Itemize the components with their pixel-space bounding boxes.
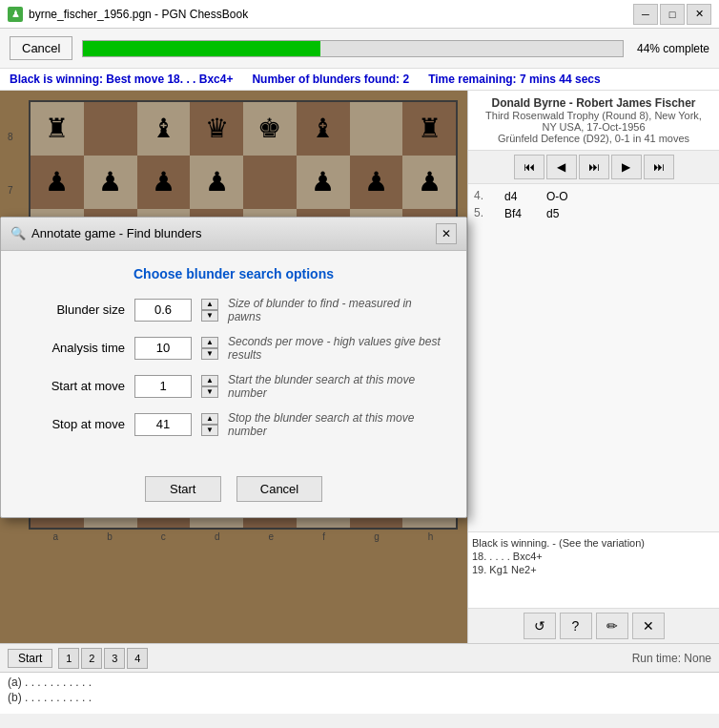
move-black[interactable]: O-O: [544, 189, 582, 204]
form-input-3[interactable]: [134, 413, 192, 436]
nav-next-fast-button[interactable]: ⏭: [579, 155, 609, 179]
form-desc-0: Size of blunder to find - measured in pa…: [228, 297, 447, 323]
board-area: 8 7 6 5 4 3 2 1 ♜♝♛♚♝♜♟♟♟♟♟♟♟♞♟♞♙♙♙♘♗♙♙♙…: [0, 91, 467, 643]
form-row-1: Analysis time▲▼Seconds per move - high v…: [20, 335, 447, 362]
close-button[interactable]: ✕: [687, 4, 711, 25]
dialog-subtitle: Choose blunder search options: [20, 266, 447, 281]
spin-buttons-2: ▲▼: [201, 375, 218, 398]
annotation-area: Black is winning. - (See the variation) …: [468, 531, 719, 608]
dialog: 🔍 Annotate game - Find blunders ✕ Choose…: [0, 217, 467, 518]
nav-next-button[interactable]: ▶: [611, 155, 642, 179]
tab-buttons: 1 2 3 4: [58, 648, 148, 669]
move-white[interactable]: d4: [502, 189, 540, 204]
form-row-0: Blunder size▲▼Size of blunder to find - …: [20, 297, 447, 323]
game-header: Donald Byrne - Robert James Fischer Thir…: [468, 91, 719, 151]
edit-button[interactable]: ✏: [596, 613, 628, 639]
status-label-1: Black is winning:: [10, 73, 103, 86]
status-item-3: Time remaining: 7 mins 44 secs: [428, 73, 601, 86]
game-opening: Grünfeld Defence (D92), 0-1 in 41 moves: [478, 133, 709, 144]
title-bar: ♟ byrne_fischer_1956.pgn - PGN ChessBook…: [0, 0, 719, 29]
form-row-2: Start at move▲▼Start the blunder search …: [20, 373, 447, 400]
status-item-1: Black is winning: Best move 18. . . Bxc4…: [10, 73, 233, 86]
form-label-2: Start at move: [20, 379, 125, 393]
delete-button[interactable]: ✕: [632, 613, 665, 639]
spin-buttons-1: ▲▼: [201, 337, 218, 360]
status-value-1: Best move 18. . . Bxc4+: [106, 73, 233, 86]
spin-buttons-0: ▲▼: [201, 299, 218, 322]
progress-area: Cancel 44% complete: [0, 29, 719, 69]
dialog-title: Annotate game - Find blunders: [31, 226, 202, 240]
progress-label: 44% complete: [633, 42, 709, 55]
dialog-titlebar: 🔍 Annotate game - Find blunders ✕: [1, 218, 466, 251]
move-number: 5.: [474, 206, 498, 221]
app-icon: ♟: [8, 7, 23, 22]
nav-first-button[interactable]: ⏮: [514, 155, 544, 179]
move-list: 4. d4 O-O 5. Bf4 d5: [468, 184, 719, 531]
status-label-2: Number of blunders found:: [252, 73, 400, 86]
nav-controls: ⏮ ◀ ⏭ ▶ ⏭: [468, 151, 719, 184]
dialog-close-button[interactable]: ✕: [436, 223, 457, 244]
form-input-0[interactable]: [134, 299, 192, 322]
bottom-toolbar: Start 1 2 3 4 Run time: None: [0, 643, 719, 672]
dialog-icon: 🔍: [10, 226, 26, 240]
move-black[interactable]: d5: [544, 206, 582, 221]
hint-button[interactable]: ?: [560, 613, 592, 639]
cancel-button[interactable]: Cancel: [10, 36, 72, 60]
spin-up-2[interactable]: ▲: [201, 375, 218, 386]
rotate-button[interactable]: ↺: [524, 613, 556, 639]
dialog-body: Choose blunder search options Blunder si…: [1, 251, 466, 465]
form-label-0: Blunder size: [20, 302, 125, 317]
tab-button-4[interactable]: 4: [127, 648, 148, 669]
script-line-b: (b) . . . . . . . . . . .: [8, 690, 711, 705]
form-desc-1: Seconds per move - high values give best…: [228, 335, 447, 362]
annotation-line-1: Black is winning. - (See the variation): [472, 536, 715, 550]
window-title: byrne_fischer_1956.pgn - PGN ChessBook: [29, 8, 248, 21]
move-number: 4.: [474, 189, 498, 204]
title-bar-left: ♟ byrne_fischer_1956.pgn - PGN ChessBook: [8, 7, 248, 22]
dialog-title-left: 🔍 Annotate game - Find blunders: [10, 226, 202, 240]
form-input-2[interactable]: [134, 375, 192, 398]
minimize-button[interactable]: ─: [633, 4, 658, 25]
form-row-3: Stop at move▲▼Stop the blunder search at…: [20, 411, 447, 438]
dialog-start-button[interactable]: Start: [145, 476, 221, 502]
dialog-overlay: 🔍 Annotate game - Find blunders ✕ Choose…: [0, 91, 467, 643]
table-row: 5. Bf4 d5: [472, 205, 715, 222]
script-area: (a) . . . . . . . . . . . (b) . . . . . …: [0, 672, 719, 714]
status-item-2: Number of blunders found: 2: [252, 73, 409, 86]
info-panel: Donald Byrne - Robert James Fischer Thir…: [467, 91, 719, 643]
annotation-line-3: 19. Kg1 Ne2+: [472, 563, 715, 576]
move-white[interactable]: Bf4: [502, 206, 540, 221]
tab-button-3[interactable]: 3: [104, 648, 125, 669]
tab-button-2[interactable]: 2: [81, 648, 102, 669]
spin-up-0[interactable]: ▲: [201, 299, 218, 310]
table-row: 4. d4 O-O: [472, 188, 715, 205]
status-value-3: 7 mins 44 secs: [520, 73, 601, 86]
spin-down-1[interactable]: ▼: [201, 348, 218, 360]
form-desc-2: Start the blunder search at this move nu…: [228, 373, 447, 400]
nav-last-button[interactable]: ⏭: [644, 155, 674, 179]
tab-button-1[interactable]: 1: [58, 648, 79, 669]
start-button[interactable]: Start: [8, 649, 52, 668]
runtime-label: Run time: None: [632, 652, 711, 665]
title-bar-controls: ─ □ ✕: [633, 4, 711, 25]
progress-bar-fill: [83, 41, 320, 56]
progress-bar-container: [82, 40, 624, 57]
status-value-2: 2: [402, 73, 409, 86]
form-label-3: Stop at move: [20, 417, 125, 431]
status-bar: Black is winning: Best move 18. . . Bxc4…: [0, 69, 719, 91]
spin-down-3[interactable]: ▼: [201, 425, 218, 436]
spin-down-2[interactable]: ▼: [201, 386, 218, 398]
nav-prev-button[interactable]: ◀: [546, 155, 577, 179]
form-desc-3: Stop the blunder search at this move num…: [228, 411, 447, 438]
dialog-cancel-button[interactable]: Cancel: [236, 476, 322, 502]
action-buttons: ↺ ? ✏ ✕: [468, 608, 719, 643]
form-input-1[interactable]: [134, 337, 192, 360]
spin-down-0[interactable]: ▼: [201, 310, 218, 322]
maximize-button[interactable]: □: [660, 4, 685, 25]
status-label-3: Time remaining:: [428, 73, 516, 86]
spin-buttons-3: ▲▼: [201, 413, 218, 436]
spin-up-1[interactable]: ▲: [201, 337, 218, 348]
spin-up-3[interactable]: ▲: [201, 413, 218, 425]
dialog-fields: Blunder size▲▼Size of blunder to find - …: [20, 297, 447, 438]
dialog-footer: Start Cancel: [1, 465, 466, 517]
